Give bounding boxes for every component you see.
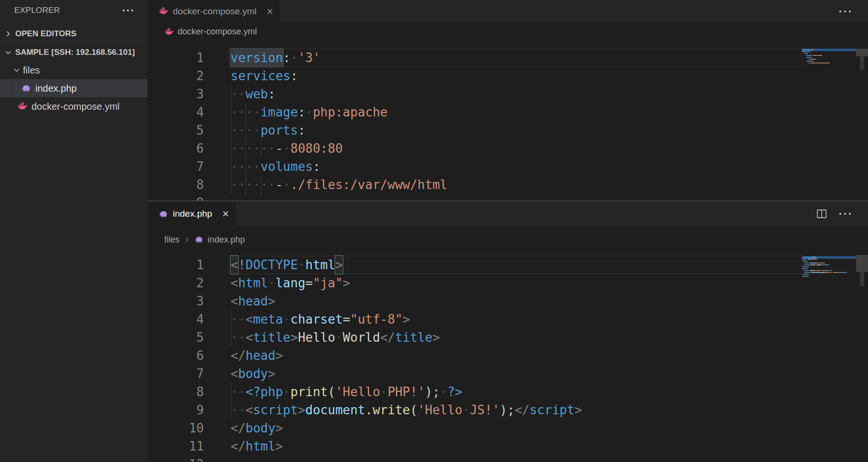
- minimap[interactable]: [802, 253, 856, 462]
- code-line: 8··<?php·print('Hello·PHP!');·?>: [148, 383, 802, 401]
- code-token: PHP!': [388, 383, 425, 401]
- code-token: >: [275, 346, 283, 365]
- tree-item-label: docker-compose.yml: [32, 101, 120, 112]
- code-token: ?>: [447, 383, 462, 401]
- minimap-slider[interactable]: [860, 272, 864, 286]
- code-token: ··: [231, 383, 245, 401]
- line-number: 2: [148, 67, 204, 85]
- code-token: >: [402, 310, 410, 328]
- tree-item-label: files: [23, 65, 40, 76]
- section-label: SAMPLE [SSH: 192.168.56.101]: [15, 48, 135, 57]
- scrollbar-thumb[interactable]: [856, 49, 868, 56]
- code-token: =: [306, 274, 313, 292]
- code-token: Hello: [298, 328, 335, 346]
- code-token: :: [290, 67, 298, 85]
- code-token: >: [335, 256, 343, 274]
- tree-item-label: index.php: [35, 83, 77, 94]
- code-token: <: [231, 292, 238, 310]
- code-token: charset: [290, 310, 343, 328]
- code-token: >: [574, 401, 582, 419]
- line-number: 10: [148, 419, 204, 437]
- code-token: services: [231, 67, 290, 85]
- code-token: ·: [283, 310, 291, 328]
- breadcrumb-file[interactable]: index.php: [194, 235, 245, 245]
- editor-groups: docker-compose.yml ×: [148, 0, 868, 462]
- line-number: 1: [148, 49, 204, 67]
- code-token: "ja": [313, 274, 343, 292]
- code-line: 9··<script>document.write('Hello·JS!');<…: [148, 401, 802, 419]
- code-token: 'Hello: [335, 383, 380, 401]
- code-token: <?php: [245, 383, 283, 401]
- code-token: .: [365, 401, 373, 419]
- minimap-slider[interactable]: [860, 56, 864, 70]
- code-token: script: [253, 401, 298, 419]
- close-icon[interactable]: ×: [266, 6, 273, 17]
- code-token: html: [245, 437, 275, 455]
- breadcrumb-file[interactable]: docker-compose.yml: [164, 27, 257, 37]
- line-number: 2: [148, 274, 204, 292]
- editor-docker-compose[interactable]: 1version:·'3'2services:3··web:4····image…: [148, 41, 868, 200]
- code-token: >: [268, 365, 275, 383]
- code-token: ·: [298, 256, 306, 274]
- explorer-title: EXPLORER: [14, 6, 122, 15]
- line-number: 3: [148, 292, 204, 310]
- code-line: 1version:·'3': [148, 49, 802, 67]
- code-token: ·: [440, 383, 447, 401]
- minimap[interactable]: [802, 41, 856, 200]
- breadcrumb-folder[interactable]: files: [164, 235, 180, 245]
- code-token: <: [245, 310, 253, 328]
- code-token: ·: [283, 139, 291, 158]
- docker-icon: [164, 27, 174, 37]
- chevron-right-icon: [183, 236, 191, 243]
- code-token: image: [261, 103, 298, 121]
- tree-item-files-folder[interactable]: files: [0, 61, 148, 79]
- tab-label: docker-compose.yml: [173, 6, 256, 17]
- split-editor-icon[interactable]: [815, 208, 828, 220]
- scrollbar-thumb[interactable]: [856, 255, 868, 272]
- code-line: 9: [148, 194, 802, 200]
- code-area: 1version:·'3'2services:3··web:4····image…: [148, 49, 802, 200]
- tab-index-php[interactable]: index.php ×: [148, 201, 235, 226]
- editor-index-php[interactable]: 1<!DOCTYPE·html>2<html·lang="ja">3<head>…: [148, 253, 868, 462]
- code-line: 2services:: [148, 67, 802, 85]
- more-actions-icon[interactable]: [838, 10, 852, 13]
- tab-docker-compose[interactable]: docker-compose.yml ×: [148, 0, 280, 22]
- explorer-more-actions-icon[interactable]: [122, 9, 134, 12]
- breadcrumb-label: files: [164, 235, 180, 245]
- line-number: 7: [148, 158, 204, 176]
- code-token: write: [372, 401, 410, 419]
- code-token: document: [306, 401, 365, 419]
- code-token: ······: [231, 176, 275, 194]
- code-token: </: [231, 437, 245, 455]
- tree-item-docker-compose[interactable]: docker-compose.yml: [0, 97, 148, 116]
- code-line: 3<head>: [148, 292, 802, 310]
- code-line: 2<html·lang="ja">: [148, 274, 802, 292]
- code-line: 6······-·8080:80: [148, 139, 802, 158]
- breadcrumb-label: index.php: [208, 235, 245, 245]
- code-token: -: [275, 139, 283, 158]
- code-token: ··: [231, 328, 245, 346]
- close-icon[interactable]: ×: [222, 208, 229, 220]
- more-actions-icon[interactable]: [838, 212, 852, 216]
- editor-group-bottom: index.php × files: [148, 201, 868, 462]
- tabbar-bottom: index.php ×: [148, 201, 868, 226]
- line-number: 5: [148, 328, 204, 346]
- code-line: 5··<title>Hello·World</title>: [148, 328, 802, 346]
- code-token: ./files:/var/www/html: [290, 176, 447, 194]
- sidebar-section-workspace[interactable]: SAMPLE [SSH: 192.168.56.101]: [0, 43, 148, 61]
- code-area: 1<!DOCTYPE·html>2<html·lang="ja">3<head>…: [148, 256, 802, 462]
- line-number: 8: [148, 383, 204, 401]
- sidebar-section-open-editors[interactable]: OPEN EDITORS: [0, 25, 148, 43]
- code-token: html: [306, 256, 336, 274]
- code-line: 8······-·./files:/var/www/html: [148, 176, 802, 194]
- code-token: ·: [268, 274, 275, 292]
- code-token: >: [298, 401, 306, 419]
- code-token: "utf-8": [350, 310, 402, 328]
- code-token: <: [245, 328, 253, 346]
- code-token: <: [245, 401, 253, 419]
- tree-item-index-php[interactable]: index.php: [0, 79, 148, 97]
- scrollbar: [856, 253, 868, 462]
- code-token: (: [410, 401, 418, 419]
- code-token: World: [343, 328, 380, 346]
- code-token: title: [395, 328, 432, 346]
